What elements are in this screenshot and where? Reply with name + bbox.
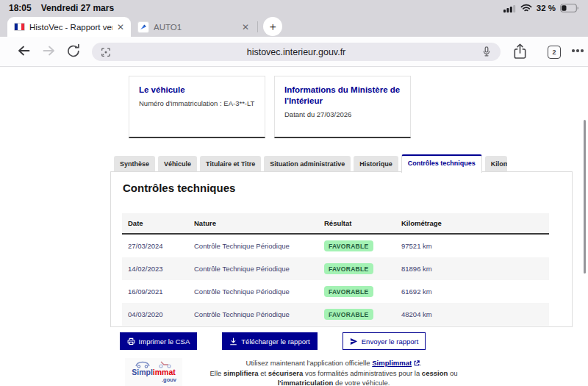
column-header: Résultat (318, 213, 395, 234)
print-csa-label: Imprimer le CSA (139, 337, 190, 346)
footer-line-2: Elle simplifiera et sécurisera vos forma… (191, 368, 476, 379)
clock: 18:05 (9, 3, 32, 13)
status-datetime: 18:05 Vendredi 27 mars (9, 3, 114, 13)
content-tab-kilom-trage[interactable]: Kilométrage (485, 156, 507, 172)
cell-date: 16/09/2021 (122, 280, 188, 303)
cell-resultat: FAVORABLE (318, 234, 395, 257)
cell-nature: Contrôle Technique Périodique (188, 303, 318, 326)
content-tab-v-hicule[interactable]: Véhicule (158, 156, 197, 172)
simplimmat-logo: Simplimmat .gouv (125, 358, 182, 386)
table-row: 16/09/2021Contrôle Technique PériodiqueF… (122, 280, 549, 303)
vehicle-card: Le véhicule Numéro d'immatriculation : E… (129, 76, 265, 138)
date-label: Vendredi 27 mars (41, 3, 114, 13)
download-report-label: Télécharger le rapport (241, 337, 309, 346)
cell-km: 97521 km (395, 234, 549, 257)
cell-resultat: FAVORABLE (318, 303, 395, 326)
simplimmat-link[interactable]: Simplimmat (372, 359, 412, 367)
cell-date: 14/02/2023 (122, 257, 188, 280)
histovec-favicon (14, 23, 25, 31)
battery-icon (560, 4, 579, 12)
new-tab-button[interactable]: ＋ (263, 17, 282, 36)
wifi-icon (520, 4, 532, 12)
content-tab-list: SynthèseVéhiculeTitulaire et TitreSituat… (114, 154, 507, 172)
table-row: 14/02/2023Contrôle Technique PériodiqueF… (122, 257, 549, 280)
close-tab-icon[interactable]: ✕ (242, 23, 249, 32)
vertical-scrollbar[interactable] (584, 120, 586, 274)
cell-nature: Contrôle Technique Périodique (188, 280, 318, 303)
simplimmat-footer: Simplimmat .gouv Utilisez maintenant l'a… (125, 358, 476, 386)
table-row: 27/03/2024Contrôle Technique PériodiqueF… (122, 234, 549, 257)
cell-resultat: FAVORABLE (318, 257, 395, 280)
tab-separator (257, 21, 258, 32)
address-bar[interactable]: histovec.interieur.gouv.fr (92, 43, 501, 61)
cell-km: 48204 km (395, 303, 549, 326)
content-tab-synth-se[interactable]: Synthèse (114, 156, 155, 172)
auto1-favicon (137, 21, 149, 33)
more-menu-icon[interactable] (572, 49, 584, 52)
content-tab-situation-administrative[interactable]: Situation administrative (264, 156, 351, 172)
footer-line-1: Utilisez maintenant l'application offici… (191, 358, 476, 368)
content-tab-titulaire-et-titre[interactable]: Titulaire et Titre (200, 156, 261, 172)
simplimmat-gouv-label: .gouv (125, 376, 182, 383)
ipad-screen: 18:05 Vendredi 27 mars 32 % (0, 0, 588, 386)
navigation-bar: histovec.interieur.gouv.fr 2 (0, 37, 588, 67)
column-header: Kilométrage (395, 213, 549, 234)
share-icon[interactable] (513, 43, 527, 60)
status-badge: FAVORABLE (324, 286, 373, 297)
forward-button-icon[interactable] (42, 44, 57, 57)
status-badge: FAVORABLE (324, 240, 373, 251)
histovec-page: Le véhicule Numéro d'immatriculation : E… (0, 67, 588, 386)
send-report-button[interactable]: Envoyer le rapport (343, 332, 426, 350)
browser-tab-bar: HistoVec - Rapport vend ✕ AUTO1 ✕ ＋ (0, 16, 588, 37)
table-row: 04/03/2020Contrôle Technique PériodiqueF… (122, 303, 549, 326)
section-title: Contrôles techniques (123, 182, 235, 194)
cell-km: 81896 km (395, 257, 549, 280)
controles-table: DateNatureRésultatKilométrage 27/03/2024… (122, 213, 549, 326)
browser-tab-title: AUTO1 (154, 23, 182, 32)
browser-tab-histovec[interactable]: HistoVec - Rapport vend ✕ (7, 17, 131, 37)
back-button-icon[interactable] (16, 44, 31, 57)
status-badge: FAVORABLE (324, 309, 373, 320)
microphone-icon[interactable] (481, 46, 492, 58)
footer-line1-prefix: Utilisez maintenant l'application offici… (246, 359, 373, 367)
cell-nature: Contrôle Technique Périodique (188, 257, 318, 280)
footer-line-3: l'immatriculation de votre véhicule. (191, 378, 476, 386)
status-badge: FAVORABLE (324, 263, 373, 274)
reload-button-icon[interactable] (66, 43, 81, 59)
download-report-button[interactable]: Télécharger le rapport (222, 332, 317, 350)
footer-line2-segments: Elle simplifiera et sécurisera vos forma… (210, 369, 458, 377)
close-tab-icon[interactable]: ✕ (117, 23, 124, 32)
vehicle-card-subtitle: Numéro d'immatriculation : EA-3**-LT (139, 99, 255, 107)
controles-techniques-panel: Contrôles techniques DateNatureRésultatK… (110, 171, 573, 327)
report-actions: Imprimer le CSA Télécharger le rapport E… (0, 332, 545, 350)
footer-line3-segments: l'immatriculation de votre véhicule. (278, 379, 390, 386)
browser-tab-auto1[interactable]: AUTO1 ✕ (131, 17, 256, 37)
tab-overview-button[interactable]: 2 (548, 46, 561, 59)
send-report-label: Envoyer le rapport (362, 337, 419, 346)
printer-icon (127, 337, 135, 346)
content-tab-historique[interactable]: Historique (354, 156, 398, 172)
browser-tab-title: HistoVec - Rapport vend (29, 23, 112, 32)
status-bar: 18:05 Vendredi 27 mars 32 % (0, 0, 588, 16)
ministry-card-title: Informations du Ministère de l'Intérieur (284, 85, 401, 107)
footer-text: Utilisez maintenant l'application offici… (191, 358, 476, 386)
ministry-card-subtitle: Datant du 27/03/2026 (284, 110, 401, 118)
footer-line1-suffix: . (420, 359, 422, 367)
print-csa-button[interactable]: Imprimer le CSA (120, 332, 198, 350)
send-icon (350, 337, 358, 346)
content-tab-contr-les-techniques[interactable]: Contrôles techniques (401, 154, 482, 173)
cell-nature: Contrôle Technique Périodique (188, 234, 318, 257)
vehicle-card-title: Le véhicule (139, 85, 255, 96)
cell-date: 04/03/2020 (122, 303, 188, 326)
battery-percent: 32 % (537, 4, 556, 12)
ministry-card: Informations du Ministère de l'Intérieur… (274, 76, 411, 138)
column-header: Nature (188, 213, 318, 234)
status-indicators: 32 % (503, 4, 579, 12)
vehicles-illustration-icon (133, 360, 174, 368)
download-icon (229, 337, 237, 346)
browser-chrome: 18:05 Vendredi 27 mars 32 % (0, 0, 588, 37)
tab-count: 2 (552, 49, 556, 56)
simplimmat-wordmark: Simplimmat (125, 368, 182, 376)
url-text: histovec.interieur.gouv.fr (92, 43, 501, 61)
ct-table-body: 27/03/2024Contrôle Technique PériodiqueF… (122, 234, 549, 326)
